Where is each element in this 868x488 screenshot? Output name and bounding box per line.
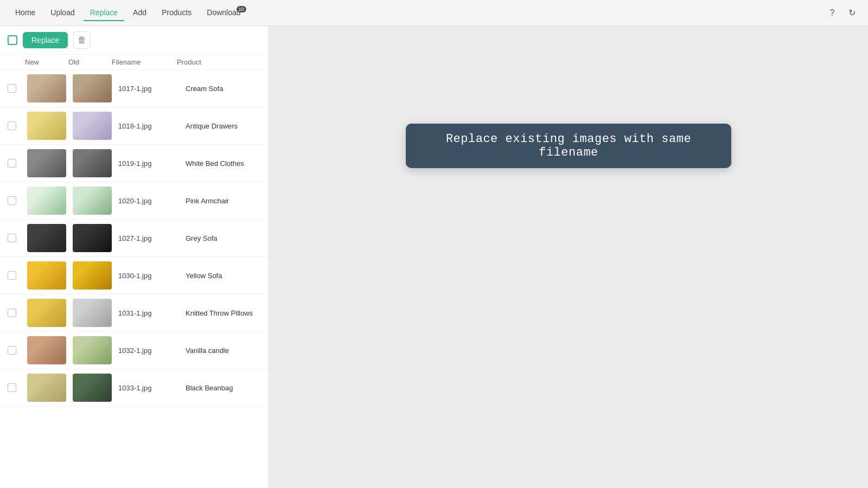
nav-home[interactable]: Home <box>9 5 42 21</box>
nav-add[interactable]: Add <box>126 5 153 21</box>
right-panel: Replace existing images with same filena… <box>269 26 868 488</box>
select-all-checkbox[interactable] <box>8 35 17 45</box>
product-cell-3: White Bed Clothes <box>186 159 261 168</box>
download-badge: 10 <box>237 6 246 12</box>
product-cell-1: Cream Sofa <box>186 85 261 93</box>
filename-cell-3: 1019-1.jpg <box>118 159 183 168</box>
thumb-new-6 <box>27 261 66 290</box>
thumb-old-9 <box>73 374 112 402</box>
thumb-old-7 <box>73 299 112 327</box>
thumb-old-4 <box>73 187 112 215</box>
replace-button[interactable]: Replace <box>23 32 68 48</box>
thumb-new-8 <box>27 336 66 364</box>
table-row: 1020-1.jpg Pink Armchair <box>0 182 269 220</box>
thumb-new-7 <box>27 299 66 327</box>
nav-download[interactable]: Download 10 <box>200 5 247 21</box>
nav-icons: ? ↻ <box>825 5 859 21</box>
filename-cell-4: 1020-1.jpg <box>118 197 183 205</box>
filename-cell-2: 1018-1.jpg <box>118 122 183 130</box>
help-icon[interactable]: ? <box>825 5 840 21</box>
col-check <box>8 58 25 66</box>
product-cell-8: Vanilla candle <box>186 346 261 355</box>
top-navbar: Home Upload Replace Add Products Downloa… <box>0 0 868 26</box>
table-row: 1031-1.jpg Knitted Throw Pillows <box>0 294 269 332</box>
main-area: Replace 🗑 New Old Filename Product 1017-… <box>0 26 868 488</box>
product-cell-2: Antique Drawers <box>186 122 261 130</box>
table-row: 1027-1.jpg Grey Sofa <box>0 220 269 257</box>
table-header: New Old Filename Product <box>0 55 269 70</box>
nav-replace[interactable]: Replace <box>84 5 124 21</box>
table-body: 1017-1.jpg Cream Sofa 1018-1.jpg Antique… <box>0 70 269 488</box>
thumb-old-1 <box>73 74 112 102</box>
product-cell-5: Grey Sofa <box>186 234 261 242</box>
row-checkbox-9[interactable] <box>8 383 16 392</box>
filename-cell-7: 1031-1.jpg <box>118 309 183 317</box>
nav-upload[interactable]: Upload <box>44 5 81 21</box>
product-cell-9: Black Beanbag <box>186 384 261 392</box>
thumb-old-8 <box>73 336 112 364</box>
filename-cell-8: 1032-1.jpg <box>118 346 183 355</box>
filename-cell-1: 1017-1.jpg <box>118 85 183 93</box>
col-new: New <box>25 58 68 66</box>
filename-cell-6: 1030-1.jpg <box>118 272 183 280</box>
trash-icon: 🗑 <box>78 35 86 45</box>
delete-button[interactable]: 🗑 <box>73 31 91 49</box>
thumb-old-5 <box>73 224 112 252</box>
thumb-old-2 <box>73 112 112 140</box>
thumb-new-5 <box>27 224 66 252</box>
thumb-new-3 <box>27 149 66 177</box>
left-panel: Replace 🗑 New Old Filename Product 1017-… <box>0 26 269 488</box>
table-row: 1033-1.jpg Black Beanbag <box>0 369 269 407</box>
table-row: 1030-1.jpg Yellow Sofa <box>0 257 269 294</box>
product-cell-7: Knitted Throw Pillows <box>186 309 261 317</box>
row-checkbox-8[interactable] <box>8 346 16 355</box>
refresh-icon[interactable]: ↻ <box>844 5 859 21</box>
row-checkbox-3[interactable] <box>8 159 16 168</box>
tooltip-box: Replace existing images with same filena… <box>406 124 731 168</box>
col-filename: Filename <box>112 58 177 66</box>
product-cell-4: Pink Armchair <box>186 197 261 205</box>
thumb-old-6 <box>73 261 112 290</box>
toolbar: Replace 🗑 <box>0 26 269 55</box>
table-row: 1019-1.jpg White Bed Clothes <box>0 145 269 182</box>
row-checkbox-6[interactable] <box>8 271 16 280</box>
thumb-new-4 <box>27 187 66 215</box>
thumb-new-9 <box>27 374 66 402</box>
thumb-new-1 <box>27 74 66 102</box>
table-row: 1018-1.jpg Antique Drawers <box>0 107 269 145</box>
row-checkbox-4[interactable] <box>8 196 16 205</box>
filename-cell-9: 1033-1.jpg <box>118 384 183 392</box>
table-row: 1032-1.jpg Vanilla candle <box>0 332 269 369</box>
col-old: Old <box>68 58 112 66</box>
col-product: Product <box>177 58 261 66</box>
thumb-new-2 <box>27 112 66 140</box>
row-checkbox-7[interactable] <box>8 309 16 317</box>
product-cell-6: Yellow Sofa <box>186 272 261 280</box>
row-checkbox-1[interactable] <box>8 84 16 93</box>
row-checkbox-5[interactable] <box>8 234 16 242</box>
table-row: 1017-1.jpg Cream Sofa <box>0 70 269 107</box>
filename-cell-5: 1027-1.jpg <box>118 234 183 242</box>
thumb-old-3 <box>73 149 112 177</box>
nav-products[interactable]: Products <box>155 5 198 21</box>
row-checkbox-2[interactable] <box>8 121 16 130</box>
